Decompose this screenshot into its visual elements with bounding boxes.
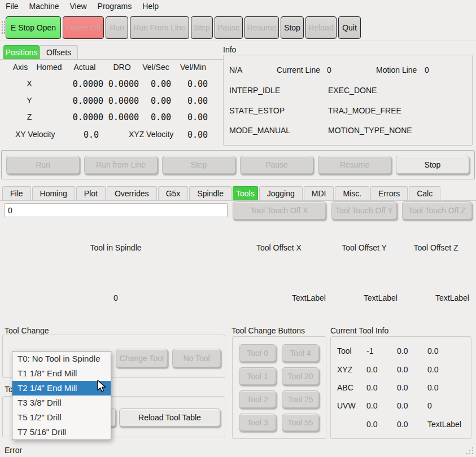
menu-help[interactable]: Help [142, 2, 159, 11]
cti-value: 0.0 [397, 346, 408, 355]
tab-errors[interactable]: Errors [370, 186, 408, 200]
tab-jogging[interactable]: Jogging [259, 186, 303, 200]
tab-mdi[interactable]: MDI [304, 186, 334, 200]
cti-value: 0.0 [397, 420, 408, 429]
tab-positions[interactable]: Positions [3, 45, 40, 59]
tab-g5x[interactable]: G5x [158, 186, 189, 200]
cti-value: 0.0 [366, 420, 377, 429]
tool-3-button: Tool 3 [239, 414, 276, 431]
tool-in-spindle-label: Tool in Spindle [90, 243, 141, 252]
cti-value: 0.0 [397, 383, 408, 392]
tool-4-button: Tool 4 [282, 344, 319, 362]
panel-stop-button[interactable]: Stop [396, 156, 469, 174]
cti-value: 0.0 [366, 383, 377, 392]
tool-touch-off-z-button: Tool Touch Off Z [402, 201, 472, 219]
tab-tools[interactable]: Tools [233, 186, 258, 200]
cti-value: TextLabel [427, 420, 461, 429]
run-from-line-button: Run From Line [130, 16, 189, 39]
run-button: Run [106, 16, 128, 39]
tab-plot[interactable]: Plot [76, 186, 106, 200]
tool-in-spindle-value: 0 [113, 293, 118, 302]
current-tool-info-group-title: Current Tool Info [330, 326, 388, 335]
dropdown-item-t3[interactable]: T3 3/8" Drill [12, 396, 111, 410]
toolbar: E Stop Open Power Off Run Run From Line … [0, 12, 476, 41]
dropdown-item-t5[interactable]: T5 1/2" Drill [12, 410, 111, 425]
run-controls-panel: Run Run from Line Step Pause Resume Stop [1, 150, 475, 179]
tool-20-button: Tool 20 [282, 367, 319, 385]
tool-touch-off-y-button: Tool Touch Off Y [331, 201, 397, 219]
tool-offset-z-value: TextLabel [435, 293, 469, 302]
tab-file[interactable]: File [2, 186, 31, 200]
xy-velocity-label: XY Velocity [15, 130, 55, 139]
axis-row-x: X 0.0000 0.0000 0.00 0.00 [0, 79, 226, 89]
xy-velocity-value: 0.0 [65, 130, 99, 140]
dropdown-item-t0[interactable]: T0: No Tool in Spindle [12, 351, 111, 366]
dropdown-item-t1[interactable]: T1 1/8" End Mill [12, 366, 111, 381]
tab-spindle[interactable]: Spindle [189, 186, 232, 200]
motion-line-label: Motion Line [376, 65, 417, 74]
menu-programs[interactable]: Programs [98, 2, 132, 11]
axis-row-z: Z 0.0000 0.0000 0.00 0.00 [0, 112, 226, 122]
panel-run-from-line-button: Run from Line [84, 156, 158, 174]
tab-overrides[interactable]: Overrides [107, 186, 157, 200]
xyz-velocity-label: XYZ Velocity [129, 130, 173, 139]
cti-value: 0 [427, 401, 432, 410]
cti-abc-label: ABC [337, 383, 353, 392]
menu-machine[interactable]: Machine [29, 2, 59, 11]
cti-uvw-label: UVW [337, 401, 356, 410]
error-status-label: Error [5, 446, 22, 455]
tool-offset-y-label: Tool Offset Y [342, 243, 387, 252]
panel-step-button: Step [162, 156, 235, 174]
tool-select-dropdown: T0: No Tool in Spindle T1 1/8" End Mill … [12, 351, 111, 440]
resize-grip-icon[interactable] [466, 447, 475, 456]
tab-pane-edge [0, 200, 476, 201]
panel-resume-button: Resume [318, 156, 391, 174]
traj-mode: TRAJ_MODE_FREE [328, 106, 401, 115]
motion-type: MOTION_TYPE_NONE [328, 126, 412, 135]
tab-misc[interactable]: Misc. [335, 186, 369, 200]
touchoff-value-input[interactable] [5, 203, 228, 217]
info-group: N/A Current Line 0 Motion Line 0 INTERP_… [223, 55, 473, 146]
estop-button[interactable]: E Stop Open [6, 16, 61, 39]
pause-button: Pause [215, 16, 243, 39]
tool-offset-x-value: TextLabel [292, 293, 326, 302]
menu-view[interactable]: View [69, 2, 86, 11]
mouse-cursor-icon [97, 380, 107, 393]
motion-line-value: 0 [425, 65, 429, 74]
cti-value: 0.0 [397, 401, 408, 410]
quit-button[interactable]: Quit [338, 16, 361, 39]
toolbar-drag-handle-icon[interactable] [1, 20, 5, 35]
cti-value: 0.0 [427, 365, 438, 374]
tab-calc[interactable]: Calc [409, 186, 440, 200]
dropdown-item-t7[interactable]: T7 5/16" Drill [12, 425, 111, 440]
power-off-button[interactable]: Power Off [63, 16, 104, 39]
panel-pause-button: Pause [240, 156, 313, 174]
task-mode: MODE_MANUAL [229, 126, 290, 135]
cti-value: 0.0 [366, 401, 377, 410]
linuxcnc-window: File Machine View Programs Help E Stop O… [0, 0, 476, 457]
stop-button[interactable]: Stop [281, 16, 304, 39]
axis-row-y: Y 0.0000 0.0000 0.00 0.00 [0, 96, 226, 106]
panel-run-button: Run [6, 156, 80, 174]
cti-value: 0.0 [427, 383, 438, 392]
menu-bar: File Machine View Programs Help [0, 0, 476, 12]
tool-0-button: Tool 0 [239, 344, 276, 362]
tool-25-button: Tool 25 [282, 390, 319, 408]
dropdown-item-t2-selected[interactable]: T2 1/4" End Mill [12, 381, 111, 396]
cti-value: 0.0 [397, 365, 408, 374]
cti-tool-number: -1 [366, 346, 373, 355]
tool-offset-x-label: Tool Offset X [256, 243, 302, 252]
cti-value: 0.0 [427, 346, 438, 355]
change-tool-button: Change Tool [116, 349, 168, 367]
menu-file[interactable]: File [6, 2, 19, 11]
tool-offset-z-label: Tool Offset Z [413, 243, 458, 252]
tab-offsets[interactable]: Offsets [40, 45, 78, 59]
reload-tool-table-button[interactable]: Reload Tool Table [119, 408, 220, 427]
cti-xyz-label: XYZ [337, 365, 352, 374]
current-line-value: 0 [327, 65, 331, 74]
positions-pane-edge [0, 59, 237, 60]
current-line-label: Current Line [277, 65, 320, 74]
interp-state: INTERP_IDLE [229, 86, 280, 95]
tool-1-button: Tool 1 [239, 367, 276, 385]
tab-homing[interactable]: Homing [32, 186, 75, 200]
